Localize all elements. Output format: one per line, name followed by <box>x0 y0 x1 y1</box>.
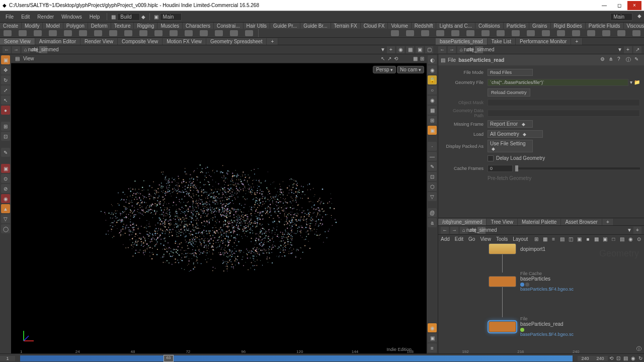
shelf-tab[interactable]: Particles <box>504 23 529 29</box>
shelf-tab[interactable]: Guide Br... <box>300 23 331 29</box>
timeline-opt-3[interactable]: ▤ <box>622 355 629 361</box>
shelf-tool[interactable] <box>629 29 644 38</box>
shelf-tool[interactable] <box>493 29 508 38</box>
shelf-tool[interactable] <box>463 29 478 38</box>
pane-tab[interactable]: /obj/rune_simmed <box>438 219 487 225</box>
net-pin-button[interactable]: + <box>633 227 641 234</box>
maximize-button[interactable]: ◻ <box>612 1 626 10</box>
shelf-tool[interactable] <box>211 29 226 38</box>
missing-frame-select[interactable]: Report Error ◆ <box>488 120 533 128</box>
brush-tool[interactable]: ✎ <box>1 148 10 157</box>
reload-button[interactable]: Reload Geometry <box>488 88 530 97</box>
shelf-tab[interactable]: Texture <box>111 23 134 29</box>
display-opt-10[interactable]: ✎ <box>428 162 437 171</box>
display-opt-4[interactable]: ◉ <box>428 96 437 105</box>
viewport-tool-1[interactable]: ↖ <box>381 56 385 61</box>
viewport-tool-2[interactable]: ↗ <box>387 56 391 61</box>
edit-icon[interactable]: ✎ <box>634 56 641 63</box>
lock-icon[interactable]: 🔒 <box>428 75 437 84</box>
shelf-tab[interactable]: Cloud FX <box>361 23 388 29</box>
shelf-tool[interactable] <box>403 29 418 38</box>
shelf-tool[interactable] <box>614 29 629 38</box>
shelf-tool[interactable] <box>166 29 181 38</box>
shelf-tool[interactable] <box>226 29 242 38</box>
shelf-tool[interactable] <box>569 29 584 38</box>
desktop-select[interactable]: Build <box>117 13 139 21</box>
display-packed-select[interactable]: Use File Setting ◆ <box>488 140 533 152</box>
pane-tab[interactable]: Composite View <box>118 38 163 45</box>
display-opt-16[interactable]: ◉ <box>428 323 437 332</box>
network-toolbar-icon[interactable]: □ <box>610 236 617 243</box>
pane-tab[interactable]: + <box>602 219 614 225</box>
sel-pt-tool[interactable]: ⊙ <box>1 174 10 183</box>
follow-button-right[interactable]: ↗ <box>633 46 641 53</box>
path-node-right[interactable]: rune_simmed <box>475 46 483 53</box>
menu-edit[interactable]: Edit <box>18 13 33 21</box>
node-name-label[interactable]: baseParticles_read <box>458 57 504 63</box>
arrow-down-icon[interactable]: ▼ <box>380 47 385 52</box>
delay-load-checkbox[interactable] <box>488 155 494 161</box>
shelf-tab[interactable]: Rigging <box>134 23 157 29</box>
sel-obj-tool[interactable]: ▣ <box>1 164 10 173</box>
pane-tab[interactable]: Material Palette <box>518 219 561 225</box>
pane-tab[interactable]: baseParticles_read <box>436 38 488 45</box>
net-back-button[interactable]: ← <box>441 227 449 234</box>
shelf-tool[interactable] <box>75 29 91 38</box>
network-view[interactable]: Geometry dopimport1 File Cache basePa <box>438 243 644 353</box>
shelf-tab[interactable]: Deform <box>88 23 111 29</box>
shelf-tool[interactable] <box>433 29 448 38</box>
shelf-tool[interactable] <box>508 29 523 38</box>
network-menu-item[interactable]: Go <box>468 236 475 242</box>
shelf-tool[interactable] <box>553 29 569 38</box>
shelf-tool[interactable] <box>0 29 15 38</box>
display-opt-2[interactable]: ◉ <box>428 65 437 74</box>
network-menu-item[interactable]: View <box>480 236 491 242</box>
network-toolbar-icon[interactable]: ▤ <box>618 236 625 243</box>
shelf-arrows-right[interactable]: ◆ <box>637 13 641 21</box>
net-arrow-icon[interactable]: ▼ <box>627 227 632 233</box>
snap2-tool[interactable]: ⊡ <box>1 132 10 141</box>
display-opt-11[interactable]: ⊡ <box>428 172 437 181</box>
timeline-opt-2[interactable]: ⊡ <box>615 355 622 361</box>
path-icon-2[interactable]: ▦ <box>406 46 414 53</box>
shelf-tab[interactable]: Particle Fluids <box>586 23 624 29</box>
close-button[interactable]: × <box>627 1 641 10</box>
shelf-tool[interactable] <box>448 29 463 38</box>
shelf-tool[interactable] <box>478 29 493 38</box>
scale-tool[interactable]: ⤢ <box>1 85 10 95</box>
shelf-tab[interactable]: Redshift <box>412 23 437 29</box>
network-toolbar-icon[interactable]: ▤ <box>558 236 566 243</box>
shelf-tool[interactable] <box>136 29 151 38</box>
display-opt-6[interactable]: ⊞ <box>428 116 437 125</box>
network-toolbar-icon[interactable]: ▣ <box>601 236 608 243</box>
translate-tool[interactable]: ✥ <box>1 65 10 74</box>
shelf-tab[interactable]: Viscous Fluids <box>624 23 644 29</box>
shelf-tab[interactable]: Rigid Bodies <box>551 23 586 29</box>
display-opt-1[interactable]: ◐ <box>428 55 437 64</box>
network-toolbar-icon[interactable]: ▣ <box>576 236 583 243</box>
network-toolbar-icon[interactable]: ▦ <box>593 236 600 243</box>
menu-render[interactable]: Render <box>34 13 57 21</box>
timeline-end-1[interactable]: 240 <box>578 356 593 361</box>
file-browse-icon[interactable]: 📁 <box>634 79 640 85</box>
pane-tab[interactable]: Motion FX View <box>163 38 206 45</box>
display-opt-12[interactable]: ⬡ <box>428 182 437 191</box>
shelf-tool[interactable] <box>181 29 196 38</box>
snap-tool[interactable]: ⊞ <box>1 122 10 131</box>
node-baseparticles[interactable]: File Cache baseParticles baseParticles.$… <box>489 271 574 292</box>
minimize-button[interactable]: — <box>597 1 611 10</box>
back-button-right[interactable]: ← <box>438 46 446 53</box>
display-opt-13[interactable]: ▽ <box>428 192 437 201</box>
select-tool[interactable]: ▣ <box>1 55 10 64</box>
pane-tab[interactable]: Take List <box>488 38 516 45</box>
shelf-tool[interactable] <box>418 29 433 38</box>
sel-vertex-tool[interactable]: ▲ <box>1 204 10 213</box>
shelf-tab[interactable]: Hair Utils <box>244 23 271 29</box>
viewport-opt-1[interactable]: ▦ <box>413 56 418 61</box>
network-toolbar-icon[interactable]: ≡ <box>550 236 557 243</box>
pane-tab[interactable]: + <box>267 38 278 45</box>
shelf-tool[interactable] <box>151 29 166 38</box>
timeline-ruler[interactable]: 12448729612014416819221624063 <box>20 355 573 361</box>
display-opt-5[interactable]: ▦ <box>428 106 437 115</box>
network-toolbar-icon[interactable]: ▦ <box>541 236 548 243</box>
